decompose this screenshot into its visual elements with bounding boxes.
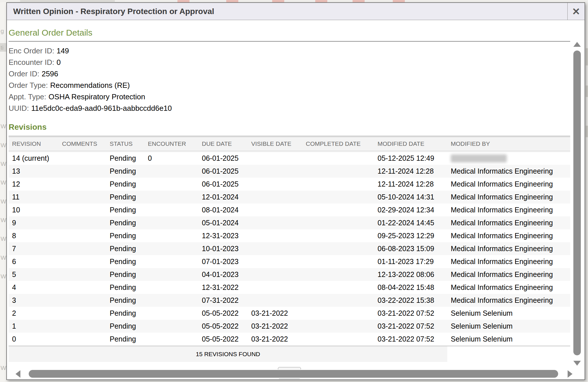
cell-comments [59, 216, 106, 229]
close-button[interactable]: ✕ [567, 3, 585, 20]
field-appt-type: Appt. Type:OSHA Respiratory Protection [9, 91, 570, 102]
cell-encounter [144, 216, 198, 229]
column-header-modified-date: MODIFIED DATE [374, 136, 447, 151]
field-label: Appt. Type: [9, 92, 46, 101]
cell-revision: 5 [9, 268, 59, 281]
cell-completed-date [302, 281, 374, 294]
cell-encounter [144, 229, 198, 242]
field-uuid: UUID:11e5dc0c-eda9-aad0-961b-aabbccdd6e1… [9, 102, 570, 114]
vertical-scrollbar-thumb[interactable] [573, 51, 581, 355]
cell-visible-date [248, 191, 302, 203]
cell-revision: 7 [9, 242, 59, 255]
column-header-status: STATUS [106, 136, 144, 151]
scroll-left-arrow-icon[interactable] [16, 370, 20, 378]
cell-encounter [144, 294, 198, 307]
cell-completed-date [302, 178, 374, 191]
cell-status: Pending [106, 242, 144, 255]
cell-modified-by: Selenium Selenium [447, 320, 570, 333]
cell-revision: 9 [9, 216, 59, 229]
background-artifact: W [1, 273, 6, 280]
revisions-table: REVISION COMMENTS STATUS ENCOUNTER DUE D… [9, 136, 570, 362]
table-row: 11Pending12-01-202405-10-2024 14:31Medic… [9, 191, 570, 203]
cell-comments [59, 191, 106, 203]
cell-visible-date [248, 242, 302, 255]
background-artifact [586, 126, 588, 137]
cell-status: Pending [106, 255, 144, 268]
table-row: 13Pending06-01-202512-11-2024 12:28Medic… [9, 165, 570, 178]
cell-revision: 8 [9, 229, 59, 242]
table-row: 4Pending12-31-202208-04-2022 15:48Medica… [9, 281, 570, 294]
cell-encounter [144, 268, 198, 281]
cell-comments [59, 333, 106, 346]
written-opinion-dialog: Written Opinion - Respiratory Protection… [6, 2, 585, 380]
cell-modified-by: Medical Informatics Engineering [447, 268, 570, 281]
cell-completed-date [302, 165, 374, 178]
cell-encounter [144, 333, 198, 346]
cell-completed-date [302, 242, 374, 255]
background-artifact: W [1, 179, 6, 186]
table-row: 10Pending08-01-202402-29-2024 12:34Medic… [9, 203, 570, 216]
cell-status: Pending [106, 178, 144, 191]
table-header-row: REVISION COMMENTS STATUS ENCOUNTER DUE D… [9, 136, 570, 151]
cell-comments [59, 229, 106, 242]
cell-revision: 10 [9, 203, 59, 216]
cell-revision: 0 [9, 333, 59, 346]
cell-status: Pending [106, 281, 144, 294]
cell-modified-by: Medical Informatics Engineering [447, 294, 570, 307]
cell-encounter [144, 255, 198, 268]
cell-encounter: 0 [144, 151, 198, 165]
cell-visible-date [248, 255, 302, 268]
horizontal-scrollbar[interactable] [8, 369, 582, 379]
revisions-heading: Revisions [9, 123, 570, 132]
cell-completed-date [302, 151, 374, 165]
field-label: Order ID: [9, 69, 39, 78]
field-value: OSHA Respiratory Protection [49, 92, 145, 101]
cell-modified-date: 02-29-2024 12:34 [374, 203, 447, 216]
cell-visible-date [248, 203, 302, 216]
cell-visible-date [248, 216, 302, 229]
cell-revision: 11 [9, 191, 59, 203]
background-page-top-strip [0, 0, 588, 2]
vertical-scrollbar[interactable] [570, 38, 584, 369]
scroll-down-arrow-icon[interactable] [573, 361, 581, 366]
field-value: Recommendations (RE) [50, 81, 130, 90]
cell-status: Pending [106, 191, 144, 203]
cell-encounter [144, 165, 198, 178]
cell-visible-date [248, 151, 302, 165]
cell-visible-date: 03-21-2022 [248, 333, 302, 346]
cell-modified-date: 06-08-2023 15:09 [374, 242, 447, 255]
cell-encounter [144, 320, 198, 333]
cell-modified-by: Medical Informatics Engineering [447, 242, 570, 255]
dialog-content: General Order Details Enc Order ID:149 E… [8, 20, 570, 379]
dialog-body: General Order Details Enc Order ID:149 E… [7, 20, 585, 379]
cell-comments [59, 165, 106, 178]
column-header-completed-date: COMPLETED DATE [302, 136, 374, 151]
background-page-left-strip: gtiWWWWWWWWWW [0, 2, 6, 382]
cell-encounter [144, 178, 198, 191]
horizontal-scrollbar-thumb[interactable] [29, 370, 558, 378]
cell-completed-date [302, 203, 374, 216]
cell-comments [59, 178, 106, 191]
cell-visible-date [248, 165, 302, 178]
background-artifact [393, 0, 405, 2]
cell-revision: 1 [9, 320, 59, 333]
redacted-modified-by [451, 154, 507, 162]
field-value: 149 [57, 46, 69, 55]
cell-modified-date: 03-22-2022 15:38 [374, 294, 447, 307]
column-header-comments: COMMENTS [59, 136, 106, 151]
cell-modified-date: 03-21-2022 07:52 [374, 307, 447, 320]
background-page-right-strip [586, 2, 588, 382]
background-artifact: ti [1, 44, 4, 51]
field-encounter-id: Encounter ID:0 [9, 57, 570, 68]
table-row: 7Pending10-01-202306-08-2023 15:09Medica… [9, 242, 570, 255]
cell-comments [59, 151, 106, 165]
scroll-right-arrow-icon[interactable] [568, 370, 572, 378]
table-row: 0Pending05-05-202203-21-202203-21-2022 0… [9, 333, 570, 346]
dialog-title: Written Opinion - Respiratory Protection… [7, 3, 567, 20]
background-artifact [177, 0, 189, 2]
cell-revision: 3 [9, 294, 59, 307]
scroll-up-arrow-icon[interactable] [573, 42, 581, 47]
cell-comments [59, 268, 106, 281]
cell-completed-date [302, 268, 374, 281]
background-artifact [272, 0, 284, 2]
